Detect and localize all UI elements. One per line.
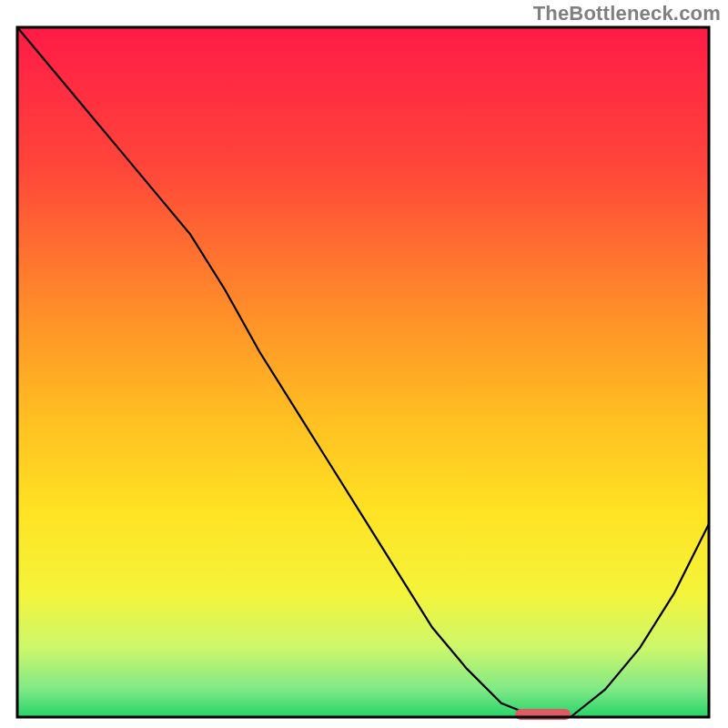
chart-container: { "watermark": "TheBottleneck.com", "cha… <box>0 0 728 728</box>
gradient-background <box>17 27 709 717</box>
bottleneck-chart <box>0 0 728 728</box>
